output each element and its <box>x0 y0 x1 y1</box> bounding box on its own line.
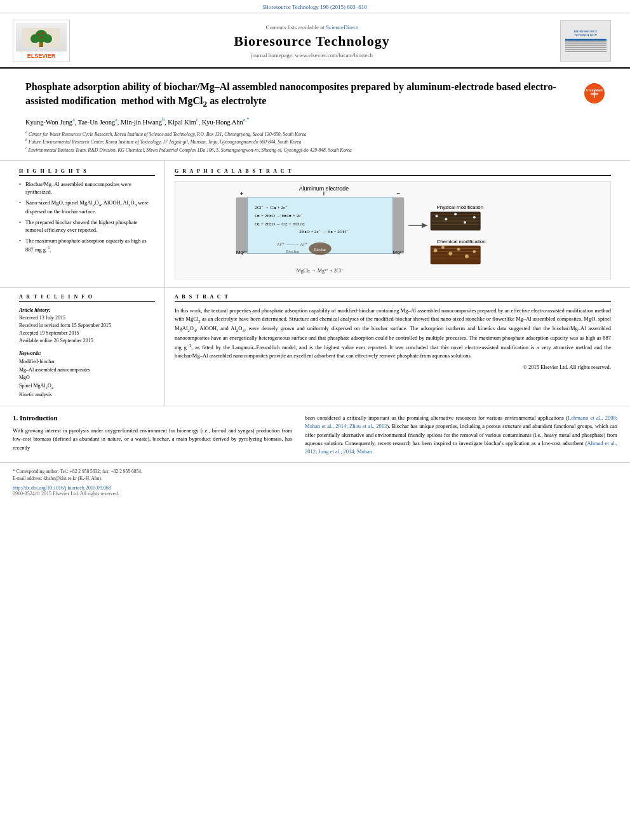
journal-thumbnail-area: BIORESOURCETECHNOLOGY <box>554 20 617 62</box>
svg-point-36 <box>454 213 457 215</box>
journal-citation-bar: Bioresource Technology 198 (2015) 603–61… <box>0 0 630 13</box>
journal-header: ELSEVIER Contents lists available at Sci… <box>0 13 630 69</box>
svg-text:+: + <box>240 190 244 197</box>
svg-text:−: − <box>397 190 401 197</box>
svg-text:Biochar: Biochar <box>314 248 326 251</box>
journal-title-area: Contents lists available at ScienceDirec… <box>70 24 554 58</box>
svg-point-35 <box>445 218 447 220</box>
elsevier-tree-logo <box>16 23 67 51</box>
abstract-heading: A B S T R A C T <box>175 294 611 302</box>
svg-point-34 <box>436 215 438 217</box>
doi-link[interactable]: http://dx.doi.org/10.1016/j.biortech.201… <box>13 485 617 491</box>
highlight-item-2: Nano-sized MgO, spinel MgAl2O4, AlOOH, A… <box>19 199 155 216</box>
section-1-heading: 1. Introduction <box>13 414 292 422</box>
svg-point-3 <box>30 34 39 43</box>
authors-line: Kyung-Won Junga, Tae-Un Jeonga, Min-jin … <box>25 117 605 126</box>
svg-text:Mg²⁺: Mg²⁺ <box>236 250 248 255</box>
highlight-item-1: Biochar/Mg–Al assembled nanocomposites w… <box>19 181 155 196</box>
article-info-heading: A R T I C L E I N F O <box>19 294 155 302</box>
elsevier-brand-text: ELSEVIER <box>27 53 56 59</box>
svg-point-5 <box>37 33 39 35</box>
introduction-right-column: been considered a critically important a… <box>305 414 617 456</box>
svg-point-49 <box>465 254 469 258</box>
article-page: Bioresource Technology 198 (2015) 603–61… <box>0 0 630 840</box>
affiliations-block: a Center for Water Resources Cycle Resea… <box>25 130 605 154</box>
highlights-column: H I G H L I G H T S Biochar/Mg–Al assemb… <box>13 161 165 287</box>
highlights-list: Biochar/Mg–Al assembled nanocomposites w… <box>19 181 155 254</box>
keyword-1: Modified-biochar <box>19 358 155 366</box>
svg-text:Mg²⁺: Mg²⁺ <box>393 250 405 255</box>
svg-rect-16 <box>393 197 405 254</box>
svg-point-50 <box>473 250 476 253</box>
journal-name-title: Bioresource Technology <box>83 33 541 50</box>
svg-text:Al³⁺ ——→ Al³⁺: Al³⁺ ——→ Al³⁺ <box>277 242 309 246</box>
contents-availability: Contents lists available at ScienceDirec… <box>83 24 541 30</box>
title-text: Phosphate adsorption ability of biochar/… <box>25 81 556 106</box>
abstract-column: A B S T R A C T In this work, the textur… <box>165 288 617 406</box>
svg-point-4 <box>43 34 52 43</box>
svg-text:2H₂O + 2e⁻ → H₂ + 2OH⁻: 2H₂O + 2e⁻ → H₂ + 2OH⁻ <box>299 229 348 234</box>
svg-text:Chemical modification: Chemical modification <box>437 239 486 244</box>
svg-text:MgCl₂ → Mg²⁺ + 2Cl⁻: MgCl₂ → Mg²⁺ + 2Cl⁻ <box>297 268 344 274</box>
journal-cover-thumbnail: BIORESOURCETECHNOLOGY <box>560 20 611 62</box>
article-history-block: Article history: Received 13 July 2015 R… <box>19 307 155 345</box>
corresponding-author-note: * Corresponding author. Tel.: +82 2 958 … <box>13 468 617 475</box>
svg-point-7 <box>41 36 43 38</box>
introduction-left-text: With growing interest in pyrolysis under… <box>13 427 292 452</box>
svg-point-46 <box>441 246 445 249</box>
introduction-section: 1. Introduction With growing interest in… <box>0 406 630 456</box>
svg-text:2Cl⁻ → Cl₂ + 2e⁻: 2Cl⁻ → Cl₂ + 2e⁻ <box>255 205 288 210</box>
svg-point-6 <box>43 32 44 34</box>
article-main-title: CrossMark Phosphate adsorption ability o… <box>25 80 605 110</box>
journal-homepage: journal homepage: www.elsevier.com/locat… <box>83 52 541 58</box>
journal-citation: Bioresource Technology 198 (2015) 603–61… <box>263 4 367 10</box>
abstract-copyright: © 2015 Elsevier Ltd. All rights reserved… <box>175 363 611 371</box>
graphical-abstract-heading: G R A P H I C A L A B S T R A C T <box>175 168 611 176</box>
article-title-section: CrossMark Phosphate adsorption ability o… <box>0 69 630 161</box>
highlights-heading: H I G H L I G H T S <box>19 168 155 176</box>
highlights-graphical-section: H I G H L I G H T S Biochar/Mg–Al assemb… <box>0 161 630 288</box>
graphical-abstract-diagram: Aluminum electrode + − 2Cl⁻ <box>175 181 611 279</box>
svg-rect-14 <box>236 197 248 254</box>
svg-point-47 <box>448 252 452 256</box>
article-info-abstract-section: A R T I C L E I N F O Article history: R… <box>0 288 630 406</box>
crossmark-logo: CrossMark <box>584 83 605 103</box>
svg-point-38 <box>473 216 476 218</box>
keyword-2: Mg–Al assembled nanocomposites <box>19 366 155 375</box>
svg-text:Aluminum electrode: Aluminum electrode <box>299 185 349 192</box>
keyword-4: Spinel MgAl2O4 <box>19 382 155 391</box>
sciencedirect-link[interactable]: ScienceDirect <box>326 24 358 30</box>
email-note: E-mail address: khahn@kist.re.kr (K.-H. … <box>13 475 617 482</box>
svg-point-48 <box>457 248 460 251</box>
issn-copyright: 0960-8524/© 2015 Elsevier Ltd. All right… <box>13 491 617 497</box>
introduction-left-column: 1. Introduction With growing interest in… <box>13 414 305 456</box>
svg-text:O₂ + 2H₂O → H₂O₂ + 2e⁻: O₂ + 2H₂O → H₂O₂ + 2e⁻ <box>255 213 303 218</box>
svg-text:Physical modification: Physical modification <box>437 204 484 210</box>
graphical-abstract-column: G R A P H I C A L A B S T R A C T Alumin… <box>165 161 617 287</box>
keyword-3: MgO <box>19 374 155 382</box>
keyword-5: Kinetic analysis <box>19 391 155 399</box>
svg-point-45 <box>434 249 438 253</box>
highlight-item-4: The maximum phosphate adsorption capacit… <box>19 237 155 254</box>
article-info-column: A R T I C L E I N F O Article history: R… <box>13 288 165 406</box>
svg-text:Biochar: Biochar <box>286 249 300 253</box>
introduction-right-text: been considered a critically important a… <box>305 414 617 456</box>
abstract-text-block: In this work, the textural properties an… <box>175 307 611 371</box>
svg-text:O₂ + 2H₂O → Cl₂ + HClO₂: O₂ + 2H₂O → Cl₂ + HClO₂ <box>255 222 304 226</box>
keywords-block: Keywords: Modified-biochar Mg–Al assembl… <box>19 350 155 399</box>
highlight-item-3: The prepared biochar showed the highest … <box>19 219 155 234</box>
elsevier-logo-area: ELSEVIER <box>13 20 70 62</box>
article-footer: * Corresponding author. Tel.: +82 2 958 … <box>0 462 630 503</box>
svg-point-37 <box>464 221 466 223</box>
